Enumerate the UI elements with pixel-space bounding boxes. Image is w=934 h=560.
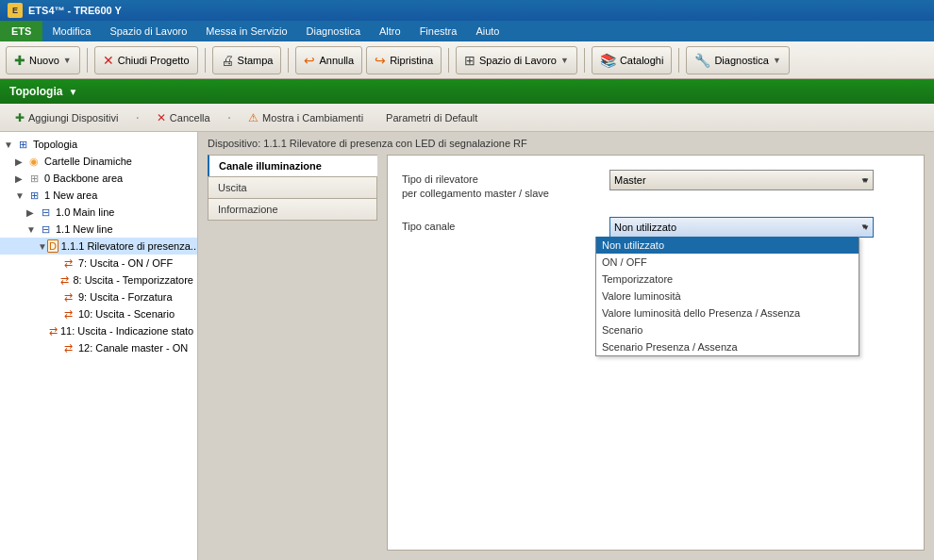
diagnostica-arrow: ▼ — [773, 56, 781, 65]
menu-finestra[interactable]: Finestra — [410, 21, 467, 41]
cancella-button[interactable]: ✕ Cancella — [149, 109, 218, 126]
expand-newline: ▼ — [26, 224, 38, 235]
aggiungi-label: Aggiungi Dispositivi — [28, 112, 118, 124]
parametri-label: Parametri di Default — [386, 112, 477, 124]
dropdown-option-6[interactable]: Scenario Presenza / Assenza — [596, 338, 859, 355]
tree-item-cartelle[interactable]: ▶ ◉ Cartelle Dinamiche — [0, 153, 197, 170]
mostra-icon: ⚠ — [248, 111, 259, 124]
topologia-bar[interactable]: Topologia ▼ — [0, 79, 934, 104]
annulla-label: Annulla — [319, 55, 354, 66]
device-header-text: Dispositivo: 1.1.1 Rilevatore di presenz… — [208, 138, 527, 149]
tabs-panel: Canale illuminazione Uscita Informazione — [208, 155, 377, 551]
tree-label-ch8: 8: Uscita - Temporizzatore — [73, 274, 193, 286]
tree-label-device: 1.1.1 Rilevatore di presenza... — [61, 240, 198, 252]
tree-label-cartelle: Cartelle Dinamiche — [44, 156, 132, 167]
tree-label-ch9: 9: Uscita - Forzatura — [78, 291, 173, 303]
cancella-label: Cancella — [170, 112, 210, 124]
chiudi-label: Chiudi Progetto — [118, 55, 190, 66]
tree-label-ch11: 11: Uscita - Indicazione stato — [60, 325, 193, 337]
tree-item-ch9[interactable]: ⇄ 9: Uscita - Forzatura — [0, 288, 197, 305]
tipo-canale-label: Tipo canale — [402, 217, 591, 234]
expand-device: ▼ — [38, 241, 47, 252]
main-content: ▼ ⊞ Topologia ▶ ◉ Cartelle Dinamiche ▶ ⊞… — [0, 132, 934, 560]
annulla-button[interactable]: ↩ Annulla — [295, 46, 362, 74]
menu-aiuto[interactable]: Aiuto — [466, 21, 509, 41]
nuovo-label: Nuovo — [29, 55, 59, 66]
tree-item-ch8[interactable]: ⇄ 8: Uscita - Temporizzatore — [0, 272, 197, 288]
mostra-label: Mostra i Cambiamenti — [262, 112, 363, 124]
tree-item-topologia[interactable]: ▼ ⊞ Topologia — [0, 136, 197, 153]
tipo-rilevatore-label: Tipo di rilevatoreper collegamento maste… — [402, 170, 591, 202]
tipo-canale-select[interactable]: Non utilizzato — [609, 217, 874, 238]
tree-item-ch11[interactable]: ⇄ 11: Uscita - Indicazione stato — [0, 322, 197, 339]
divider-3 — [288, 48, 289, 73]
ch11-icon: ⇄ — [49, 324, 58, 338]
tipo-rilevatore-value: Master — [614, 174, 646, 186]
menu-spazio-lavoro[interactable]: Spazio di Lavoro — [100, 21, 196, 41]
tree-label-mainline: 1.0 Main line — [56, 206, 114, 218]
nuovo-icon: ✚ — [14, 53, 25, 68]
nuovo-arrow: ▼ — [63, 56, 72, 65]
stampa-button[interactable]: 🖨 Stampa — [212, 46, 282, 74]
sep-1: · — [133, 109, 141, 126]
tree-item-newarea[interactable]: ▼ ⊞ 1 New area — [0, 187, 197, 204]
tree-item-newline[interactable]: ▼ ⊟ 1.1 New line — [0, 221, 197, 238]
annulla-icon: ↩ — [304, 53, 315, 68]
tree-item-backbone[interactable]: ▶ ⊞ 0 Backbone area — [0, 170, 197, 187]
dropdown-option-4[interactable]: Valore luminosità dello Presenza / Assen… — [596, 305, 859, 321]
spazio-lavoro-button[interactable]: ⊞ Spazio di Lavoro ▼ — [456, 46, 577, 74]
tree-panel: ▼ ⊞ Topologia ▶ ◉ Cartelle Dinamiche ▶ ⊞… — [0, 132, 198, 560]
nuovo-button[interactable]: ✚ Nuovo ▼ — [6, 46, 80, 74]
tree-item-ch10[interactable]: ⇄ 10: Uscita - Scenario — [0, 305, 197, 322]
diagnostica-toolbar-button[interactable]: 🔧 Diagnostica ▼ — [686, 46, 789, 74]
menu-ets[interactable]: ETS — [0, 21, 42, 41]
cataloghi-icon: 📚 — [600, 53, 616, 68]
cataloghi-button[interactable]: 📚 Cataloghi — [592, 46, 672, 74]
app-icon: E — [8, 3, 23, 18]
stampa-icon: 🖨 — [221, 53, 234, 68]
menu-bar: ETS Modifica Spazio di Lavoro Messa in S… — [0, 21, 934, 41]
tipo-canale-dropdown: Non utilizzato ON / OFF Temporizzatore V… — [595, 237, 859, 356]
expand-topologia: ▼ — [4, 140, 15, 150]
title-bar: E ETS4™ - TRE600 Y — [0, 0, 934, 21]
tree-item-ch12[interactable]: ⇄ 12: Canale master - ON — [0, 339, 197, 356]
ch8-icon: ⇄ — [58, 273, 71, 287]
tree-label-ch10: 10: Uscita - Scenario — [78, 308, 175, 320]
spazio-label: Spazio di Lavoro — [479, 55, 557, 66]
dropdown-option-5[interactable]: Scenario — [596, 321, 859, 338]
tree-label-newarea: 1 New area — [44, 189, 97, 201]
tree-label-backbone: 0 Backbone area — [44, 173, 123, 184]
tree-item-ch7[interactable]: ⇄ 7: Uscita - ON / OFF — [0, 255, 197, 272]
diagnostica-tb-label: Diagnostica — [714, 55, 768, 66]
tab-uscita[interactable]: Uscita — [208, 176, 377, 199]
aggiungi-button[interactable]: ✚ Aggiungi Dispositivi — [8, 109, 125, 126]
tab-canale-illuminazione[interactable]: Canale illuminazione — [208, 155, 377, 177]
mostra-button[interactable]: ⚠ Mostra i Cambiamenti — [241, 109, 371, 126]
tree-item-device[interactable]: ▼ D 1.1.1 Rilevatore di presenza... — [0, 238, 197, 255]
parametri-button[interactable]: Parametri di Default — [378, 110, 485, 125]
menu-messa-servizio[interactable]: Messa in Servizio — [196, 21, 296, 41]
tree-label-ch7: 7: Uscita - ON / OFF — [78, 257, 173, 269]
spazio-icon: ⊞ — [464, 53, 475, 68]
dropdown-option-1[interactable]: ON / OFF — [596, 254, 859, 271]
ripristina-button[interactable]: ↪ Ripristina — [366, 46, 442, 74]
device-icon: D — [47, 239, 58, 253]
tipo-canale-select-wrapper: Non utilizzato — [609, 217, 874, 238]
dropdown-option-0[interactable]: Non utilizzato — [596, 237, 859, 254]
tree-item-mainline[interactable]: ▶ ⊟ 1.0 Main line — [0, 204, 197, 221]
chiudi-progetto-button[interactable]: ✕ Chiudi Progetto — [94, 46, 198, 74]
dropdown-option-3[interactable]: Valore luminosità — [596, 288, 859, 305]
form-panel: Tipo di rilevatoreper collegamento maste… — [387, 155, 925, 551]
tab-informazione[interactable]: Informazione — [208, 198, 377, 221]
ch7-icon: ⇄ — [60, 256, 75, 270]
form-row-tipo-rilevatore: Tipo di rilevatoreper collegamento maste… — [402, 170, 909, 202]
menu-altro[interactable]: Altro — [370, 21, 410, 41]
menu-modifica[interactable]: Modifica — [42, 21, 100, 41]
action-bar: ✚ Aggiungi Dispositivi · ✕ Cancella · ⚠ … — [0, 104, 934, 132]
divider-5 — [584, 48, 585, 73]
diagnostica-tb-icon: 🔧 — [694, 53, 710, 68]
menu-diagnostica[interactable]: Diagnostica — [297, 21, 370, 41]
folder-icon: ◉ — [26, 155, 42, 168]
tipo-rilevatore-select[interactable]: Master — [609, 170, 874, 190]
dropdown-option-2[interactable]: Temporizzatore — [596, 271, 859, 288]
